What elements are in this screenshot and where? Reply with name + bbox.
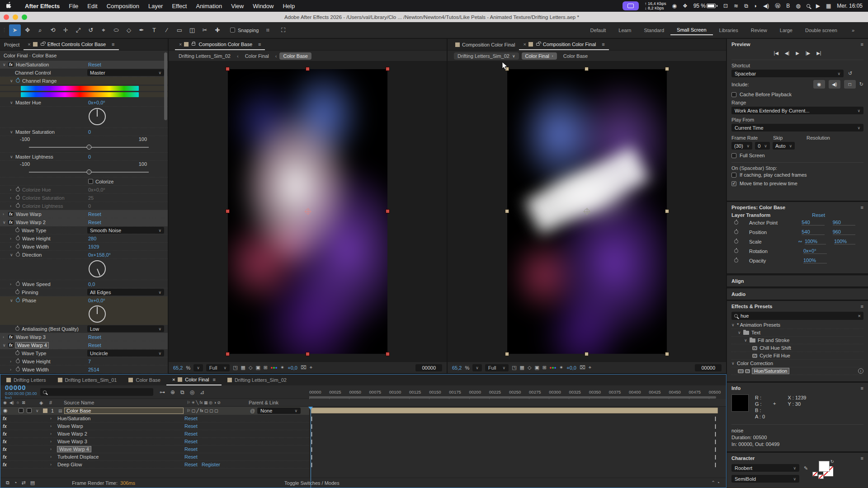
layer-handle[interactable] bbox=[665, 352, 669, 356]
workspace-tab[interactable]: Standard bbox=[637, 26, 670, 35]
twirl-icon[interactable]: › bbox=[10, 188, 15, 192]
layer-switches[interactable]: ⚐ ▢ ╱ fx ▢ ▢ ▢ bbox=[187, 408, 218, 413]
transform-reset-link[interactable]: Reset bbox=[812, 212, 825, 218]
slider-thumb[interactable] bbox=[86, 169, 91, 174]
lock-column-icon[interactable]: ⊠ bbox=[22, 400, 25, 405]
draft-3d-icon[interactable]: ⊕ bbox=[170, 389, 175, 395]
twirl-icon[interactable]: ∨ bbox=[738, 330, 743, 335]
menu-item[interactable]: Help bbox=[278, 3, 299, 9]
render-icon[interactable]: ▤ bbox=[30, 480, 35, 486]
bluetooth-icon[interactable]: B bbox=[786, 3, 790, 9]
twirl-icon[interactable]: ∨ bbox=[10, 155, 15, 159]
angle-dial[interactable] bbox=[89, 260, 106, 277]
mask-visibility-icon[interactable]: ◇ bbox=[528, 365, 531, 371]
twirl-icon[interactable]: › bbox=[50, 447, 56, 451]
exposure-icon[interactable]: ✴ bbox=[559, 365, 563, 371]
stopwatch-icon[interactable] bbox=[16, 253, 20, 257]
font-family-dropdown[interactable]: Roobert∨ bbox=[731, 464, 799, 472]
effect-property-row[interactable]: fx Antialiasing (Best Quality) Low∨ bbox=[0, 325, 168, 333]
parent-dropdown[interactable]: None∨ bbox=[257, 408, 301, 414]
selection-handle[interactable] bbox=[306, 352, 309, 356]
chat-icon[interactable]: ◗ bbox=[754, 3, 757, 9]
mask-visibility-icon[interactable]: ◇ bbox=[249, 365, 252, 371]
close-tab-icon[interactable]: × bbox=[179, 42, 182, 47]
layer-handle[interactable] bbox=[585, 352, 588, 356]
fill-stroke-swatches[interactable]: ↻ bbox=[812, 461, 833, 480]
timeline-track-area[interactable] bbox=[309, 407, 726, 477]
property-value[interactable]: 0x+0,0° bbox=[88, 298, 105, 303]
anchor-point[interactable] bbox=[305, 209, 311, 214]
anchor-point[interactable] bbox=[584, 209, 590, 214]
effect-property-row[interactable]: › fx Wave Height 7 ∨ bbox=[0, 357, 168, 366]
twirl-icon[interactable]: › bbox=[50, 424, 56, 428]
selection-handle[interactable] bbox=[306, 67, 309, 70]
range-dropdown[interactable]: Work Area Extended By Current...∨ bbox=[731, 107, 863, 114]
close-tab-icon[interactable]: × bbox=[172, 377, 175, 382]
toolbar-tool[interactable]: ⤢ bbox=[72, 24, 84, 36]
effects-tree-item[interactable]: ∨ fx Fill and Stroke bbox=[731, 337, 863, 344]
effect-property-row[interactable]: › fx Wave Width 1929 ∨ bbox=[0, 243, 168, 251]
toolbar-tool[interactable]: ✥ bbox=[22, 24, 33, 36]
stopwatch-icon[interactable] bbox=[734, 258, 738, 263]
transform-value[interactable]: 100% bbox=[803, 258, 827, 263]
region-of-interest-icon[interactable]: ▣ bbox=[255, 365, 260, 371]
control-center-icon[interactable]: ▦ bbox=[826, 3, 831, 9]
transport-button[interactable]: ◀| bbox=[785, 51, 789, 56]
transform-value[interactable]: 960 bbox=[833, 229, 855, 235]
composition-breadcrumb[interactable]: Color Final‹ bbox=[522, 52, 557, 60]
effect-property-row[interactable]: ∨ fx Direction 0x+158,0° ∨ bbox=[0, 251, 168, 259]
snapshot-icon[interactable]: ⌧ bbox=[580, 365, 585, 371]
solo-box[interactable] bbox=[19, 408, 24, 413]
loop-icon[interactable]: ↻ bbox=[859, 81, 863, 87]
playback-icon[interactable]: ▶ bbox=[816, 3, 820, 9]
twirl-icon[interactable]: › bbox=[50, 439, 56, 444]
property-dropdown[interactable]: Smooth Noise∨ bbox=[87, 227, 164, 234]
effect-property-row[interactable]: ∨ fx Wave Warp 2 Reset ∨ bbox=[0, 218, 168, 226]
snapshot-icon[interactable]: ⌧ bbox=[301, 365, 307, 371]
effect-property-row[interactable]: › fx Wave Warp 3 Reset ∨ bbox=[0, 333, 168, 341]
stopwatch-icon[interactable] bbox=[734, 249, 738, 253]
toolbar-tool[interactable]: T bbox=[148, 24, 160, 36]
reset-link[interactable]: Reset bbox=[184, 431, 198, 436]
property-value[interactable]: 7 bbox=[88, 359, 91, 364]
stopwatch-icon[interactable] bbox=[16, 196, 20, 200]
effect-name[interactable]: Wave Warp 4 bbox=[57, 446, 91, 452]
stopwatch-icon[interactable] bbox=[734, 239, 738, 244]
hue-gradient-bar[interactable] bbox=[21, 92, 139, 97]
toolbar-tool[interactable]: ✂ bbox=[199, 24, 211, 36]
effects-search-input[interactable] bbox=[741, 313, 840, 319]
twirl-icon[interactable]: ∨ bbox=[3, 220, 8, 225]
align-panel-header[interactable]: Align bbox=[727, 275, 868, 286]
twirl-icon[interactable]: ∨ bbox=[744, 338, 750, 343]
stopwatch-icon[interactable] bbox=[16, 236, 20, 240]
exposure-value[interactable]: +0,0 bbox=[288, 365, 297, 371]
layer-duration-bar[interactable] bbox=[311, 408, 718, 413]
key-marker[interactable] bbox=[311, 440, 312, 444]
tab-composition-color-final[interactable]: × Composition Color Final ≡ bbox=[519, 39, 609, 50]
layer-visibility-icon[interactable]: ◉ bbox=[3, 408, 8, 413]
panel-menu-icon[interactable]: ≡ bbox=[861, 205, 863, 210]
fill-swatch[interactable] bbox=[819, 461, 830, 472]
keyframe-marker[interactable] bbox=[311, 424, 312, 429]
twirl-icon[interactable]: ∨ bbox=[36, 408, 41, 413]
effect-property-row[interactable]: fx Channel Control Master∨ bbox=[0, 69, 168, 77]
twirl-icon[interactable]: › bbox=[10, 359, 15, 364]
stopwatch-icon[interactable] bbox=[734, 221, 738, 225]
keyframe-marker[interactable] bbox=[715, 432, 716, 436]
keyframe-marker[interactable] bbox=[715, 417, 716, 421]
reset-link[interactable]: Reset bbox=[184, 462, 198, 467]
effect-property-row[interactable]: fx ∨ bbox=[0, 92, 168, 97]
menu-item[interactable]: View bbox=[226, 3, 248, 9]
parent-link-column[interactable]: Parent & Link bbox=[249, 400, 278, 405]
shy-icon[interactable]: ◔ bbox=[14, 480, 17, 486]
property-value[interactable]: 2514 bbox=[88, 367, 99, 372]
timeline-search-box[interactable] bbox=[40, 388, 153, 396]
zoom-window-button[interactable] bbox=[22, 14, 27, 20]
composition-breadcrumb[interactable]: ‹ bbox=[237, 53, 239, 59]
panel-menu-icon[interactable]: ≡ bbox=[861, 304, 863, 309]
zoom-dropdown[interactable]: ∨ bbox=[472, 364, 482, 371]
property-value[interactable]: 0,0 bbox=[88, 282, 95, 287]
property-dropdown[interactable]: Master∨ bbox=[87, 69, 164, 76]
skip-dropdown[interactable]: 0∨ bbox=[755, 142, 770, 150]
effect-property-row[interactable]: › fx Colorize Lightness 0 ∨ bbox=[0, 202, 168, 210]
